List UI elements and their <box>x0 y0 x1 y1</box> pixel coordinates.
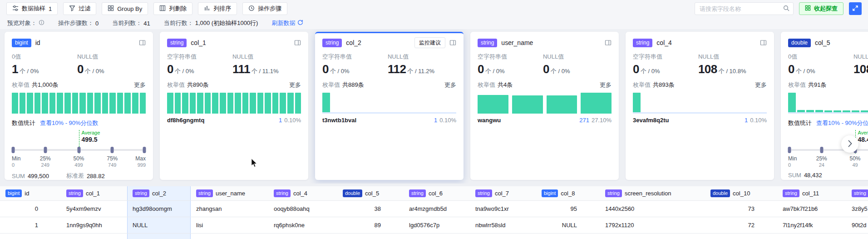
table-cell[interactable]: 5y4xm9emzv <box>61 201 127 217</box>
cards-scroll-next-button[interactable] <box>841 135 858 153</box>
table-header-cell[interactable]: string col_11 <box>777 186 846 200</box>
enum-histogram[interactable] <box>478 93 612 114</box>
histogram-bar[interactable] <box>815 110 823 112</box>
open-detail-panel-icon[interactable] <box>760 40 767 46</box>
histogram-bar[interactable] <box>512 95 543 114</box>
table-cell[interactable]: 1792x1120 <box>600 217 705 233</box>
histogram-bar[interactable] <box>190 93 196 114</box>
histogram-bar[interactable] <box>581 93 612 114</box>
open-detail-panel-icon[interactable] <box>294 40 301 46</box>
table-cell[interactable]: 95 <box>536 201 600 217</box>
slider-handle-25[interactable] <box>44 147 47 153</box>
search-icon[interactable] <box>783 5 789 13</box>
enum-histogram[interactable] <box>788 93 868 114</box>
enum-histogram[interactable] <box>322 93 456 114</box>
table-header-cell[interactable]: string col_4 <box>268 186 337 200</box>
table-cell[interactable]: aw7bk7f21b6 <box>777 201 846 217</box>
table-header-cell[interactable]: bigint id <box>0 186 61 200</box>
table-cell[interactable]: 1440x2560 <box>600 201 705 217</box>
field-card-user-name[interactable]: string user_name 空字符串值 0个 / 0% NULL值 0个 … <box>470 32 619 180</box>
enum-histogram[interactable] <box>12 93 146 114</box>
table-cell[interactable]: 38 <box>337 201 404 217</box>
histogram-bar[interactable] <box>287 93 294 114</box>
histogram-bar[interactable] <box>257 93 264 114</box>
table-header-cell[interactable]: string col_12 <box>846 186 868 200</box>
table-cell[interactable]: NULL <box>536 217 600 233</box>
quantile-link[interactable]: 查看10% - 90%分位数 <box>40 119 99 127</box>
column-sort-button[interactable]: 列排序 <box>198 2 237 15</box>
table-cell[interactable]: 1nn9gs9q0hh <box>61 217 127 233</box>
histogram-bar[interactable] <box>27 93 33 114</box>
histogram-bar[interactable] <box>72 93 79 114</box>
slider-handle-75[interactable] <box>111 147 114 153</box>
column-delete-button[interactable]: 列删除 <box>153 2 192 15</box>
histogram-bar[interactable] <box>102 93 108 114</box>
histogram-bar[interactable] <box>322 93 330 112</box>
histogram-bar[interactable] <box>87 93 94 114</box>
histogram-bar[interactable] <box>633 93 641 112</box>
histogram-bar[interactable] <box>167 93 173 114</box>
histogram-bar[interactable] <box>212 93 218 114</box>
enum-histogram[interactable] <box>167 93 301 114</box>
histogram-bar[interactable] <box>94 93 101 114</box>
histogram-bar[interactable] <box>227 93 234 114</box>
table-cell[interactable]: 0 <box>0 201 61 217</box>
table-header-cell[interactable]: bigint col_8 <box>536 186 600 200</box>
histogram-bar[interactable] <box>79 93 86 114</box>
histogram-bar[interactable] <box>12 93 18 114</box>
operation-steps-button[interactable]: 操作步骤 <box>242 2 287 15</box>
table-header-cell[interactable]: string col_7 <box>470 186 536 200</box>
table-cell[interactable]: 3z8y5 <box>846 201 868 217</box>
more-link[interactable]: 更多 <box>289 81 301 89</box>
histogram-bar[interactable] <box>57 93 63 114</box>
histogram-bar[interactable] <box>220 93 226 114</box>
slider-handle-50[interactable] <box>77 147 80 153</box>
slider-handle-min[interactable] <box>12 147 15 153</box>
histogram-bar[interactable] <box>140 93 146 114</box>
more-link[interactable]: 更多 <box>444 81 456 89</box>
quantile-slider[interactable] <box>12 146 146 154</box>
table-cell[interactable]: 73 <box>705 201 777 217</box>
histogram-bar[interactable] <box>132 93 138 114</box>
table-cell[interactable]: 1 <box>0 217 61 233</box>
histogram-bar[interactable] <box>852 110 859 112</box>
quantile-link[interactable]: 查看10% - 90%分位数 <box>816 119 868 127</box>
table-cell[interactable]: 90t2d <box>846 217 868 233</box>
histogram-bar[interactable] <box>843 110 850 112</box>
histogram-bar[interactable] <box>235 93 241 114</box>
histogram-bar[interactable] <box>833 110 841 112</box>
histogram-bar[interactable] <box>295 93 301 114</box>
table-cell[interactable]: ar4mzgmdb5d <box>404 201 470 217</box>
field-card-id[interactable]: bigint id 0值 1个 / 0% NULL值 0个 / 0% 枚举值 共… <box>5 32 153 180</box>
monitor-suggestion-button[interactable]: 监控建议 <box>414 37 445 48</box>
histogram-bar[interactable] <box>861 110 868 112</box>
histogram-bar[interactable] <box>109 93 116 114</box>
slider-handle-min[interactable] <box>788 147 791 153</box>
histogram-bar[interactable] <box>42 93 48 114</box>
table-cell[interactable]: 7l1ny2f14fk <box>777 217 846 233</box>
info-icon[interactable] <box>39 20 44 27</box>
table-cell[interactable]: zhangsan <box>191 201 268 217</box>
histogram-bar[interactable] <box>806 110 814 112</box>
refresh-data-link[interactable]: 刷新数据 <box>271 19 303 27</box>
table-cell[interactable]: ooqyb88oahq <box>268 201 337 217</box>
histogram-bar[interactable] <box>280 93 286 114</box>
histogram-bar[interactable] <box>205 93 211 114</box>
table-header-cell[interactable]: string screen_resolution <box>600 186 705 200</box>
table-header-cell[interactable]: double col_10 <box>705 186 777 200</box>
histogram-bar[interactable] <box>124 93 131 114</box>
enum-histogram[interactable] <box>633 93 767 114</box>
more-link[interactable]: 更多 <box>755 81 767 89</box>
histogram-bar[interactable] <box>478 95 508 114</box>
table-cell[interactable]: tna9wo9c1xr <box>470 201 536 217</box>
slider-handle-max[interactable] <box>143 147 146 153</box>
histogram-bar[interactable] <box>182 93 188 114</box>
histogram-bar[interactable] <box>242 93 249 114</box>
slider-handle-25[interactable] <box>820 147 823 153</box>
group-by-button[interactable]: Group By <box>102 2 148 15</box>
table-cell[interactable]: lisi <box>191 217 268 233</box>
histogram-bar[interactable] <box>20 93 26 114</box>
filter-button[interactable]: 过滤 <box>63 2 96 15</box>
histogram-bar[interactable] <box>824 110 832 112</box>
table-header-cell[interactable]: string user_name <box>191 186 268 200</box>
